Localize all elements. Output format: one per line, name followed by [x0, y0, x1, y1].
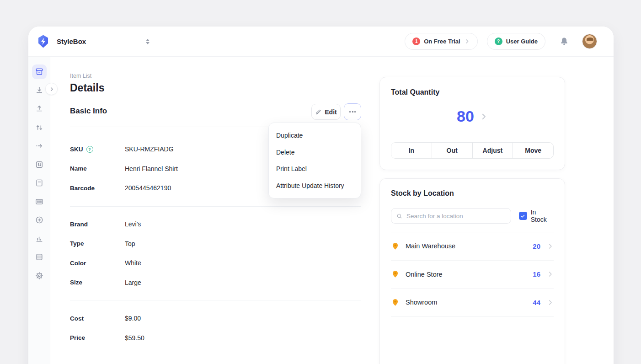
more-actions-button[interactable]	[344, 103, 361, 120]
receive-download-icon	[35, 86, 44, 95]
app-window: StyleBox 1 On Free Trial ? User Guide	[28, 27, 614, 364]
location-row-showroom[interactable]: Showroom 44	[391, 289, 554, 317]
field-row-type: Type Top	[70, 234, 308, 254]
trial-badge-icon: 1	[412, 37, 420, 45]
sidebar-item-reports[interactable]	[32, 231, 47, 246]
sidebar-item-settings[interactable]	[32, 268, 47, 283]
menu-item-print-label[interactable]: Print Label	[269, 161, 361, 177]
chevron-right-icon	[464, 38, 470, 44]
field-label: Type	[70, 240, 125, 247]
location-qty: 16	[533, 270, 540, 278]
add-circle-icon	[35, 215, 44, 225]
stylebox-logo-icon	[36, 34, 51, 49]
section-title-basic-info: Basic Info	[70, 107, 107, 116]
notifications-bell-icon[interactable]	[559, 37, 569, 47]
sidebar-item-ship[interactable]	[32, 102, 47, 116]
sidebar-item-stock[interactable]	[32, 250, 47, 264]
location-row-main-warehouse[interactable]: Main Warehouse 20	[391, 232, 554, 261]
sidebar-item-adjust[interactable]	[32, 157, 47, 172]
right-panel: Total Quantity 80 In Out Adjust Move Sto…	[379, 27, 565, 364]
stock-by-location-title: Stock by Location	[391, 189, 554, 198]
chevron-right-icon	[49, 86, 54, 92]
sidebar-item-barcode[interactable]	[32, 194, 47, 209]
sidebar-item-items[interactable]	[32, 64, 47, 79]
edit-button[interactable]: Edit	[311, 104, 341, 120]
menu-item-delete[interactable]: Delete	[269, 144, 361, 161]
stock-filter-row: In Stock	[391, 208, 554, 224]
reports-chart-icon	[35, 234, 44, 243]
location-row-online-store[interactable]: Online Store 16	[391, 261, 554, 289]
field-row-price: Price $59.50	[70, 328, 308, 348]
item-details-main: Item List Details Basic Info Edit SKU ? …	[70, 27, 361, 364]
field-value: Henri Flannel Shirt	[125, 165, 178, 172]
chevron-right-icon	[547, 243, 554, 250]
field-value: Levi's	[125, 220, 141, 228]
menu-item-attribute-update-history[interactable]: Attribute Update History	[269, 177, 361, 194]
workspace-switcher[interactable]	[143, 36, 152, 47]
out-button[interactable]: Out	[432, 143, 472, 158]
sidebar-item-add[interactable]	[32, 213, 47, 227]
location-pin-icon	[391, 242, 400, 251]
field-value: $59.50	[125, 334, 144, 342]
breadcrumb: Item List	[70, 73, 91, 79]
field-label: Name	[70, 165, 125, 172]
menu-item-duplicate[interactable]: Duplicate	[269, 127, 361, 144]
user-guide-label: User Guide	[506, 38, 538, 45]
adjust-button[interactable]: Adjust	[472, 143, 513, 158]
divider	[70, 300, 361, 300]
item-box-icon	[35, 67, 44, 76]
sidebar-collapse-button[interactable]	[45, 83, 58, 95]
total-quantity-title: Total Quantity	[391, 88, 554, 96]
edit-button-label: Edit	[325, 108, 337, 116]
field-value: Top	[125, 240, 135, 247]
field-value: $9.00	[125, 315, 141, 322]
chevron-right-icon	[547, 271, 554, 278]
chevron-right-icon	[480, 112, 488, 121]
sidebar-item-notes[interactable]	[32, 176, 47, 190]
in-stock-filter[interactable]: In Stock	[519, 209, 554, 223]
field-group-pricing: Cost $9.00 Price $59.50	[70, 309, 308, 348]
page-title: Details	[70, 82, 104, 94]
field-row-size: Size Large	[70, 273, 308, 293]
field-value: SKU-RMZFIADG	[125, 145, 174, 153]
stock-table-icon	[35, 252, 44, 262]
sidebar-item-move[interactable]	[32, 139, 47, 153]
sidebar-item-receive[interactable]	[32, 83, 47, 98]
pencil-icon	[315, 109, 321, 115]
location-list: Main Warehouse 20 Online Store 16	[391, 232, 554, 317]
sidebar-item-transfer[interactable]	[32, 120, 47, 135]
location-qty: 44	[533, 299, 540, 306]
help-icon[interactable]: ?	[86, 146, 93, 153]
checkbox-checked-icon[interactable]	[519, 212, 527, 220]
user-guide-button[interactable]: ? User Guide	[487, 33, 545, 50]
ellipsis-icon	[349, 111, 351, 112]
move-button[interactable]: Move	[513, 143, 553, 158]
guide-badge-icon: ?	[495, 37, 502, 45]
switcher-down-icon	[146, 42, 150, 44]
total-quantity-link[interactable]: 80	[380, 107, 565, 125]
free-trial-button[interactable]: 1 On Free Trial	[405, 33, 477, 50]
in-button[interactable]: In	[391, 143, 432, 158]
topbar-right: 1 On Free Trial ? User Guide	[405, 33, 597, 50]
field-row-cost: Cost $9.00	[70, 309, 308, 328]
field-label: Cost	[70, 315, 125, 322]
move-out-arrow-icon	[35, 141, 44, 150]
field-label: Brand	[70, 221, 125, 228]
total-quantity-value: 80	[457, 107, 474, 125]
location-search-input[interactable]	[406, 213, 506, 219]
location-search[interactable]	[391, 208, 511, 224]
settings-gear-icon	[35, 271, 44, 280]
transfer-arrows-icon	[35, 123, 44, 132]
field-label: Color	[70, 260, 125, 267]
field-value: 2005445462190	[125, 184, 171, 192]
divider	[70, 206, 361, 207]
user-avatar[interactable]	[582, 34, 597, 49]
location-name: Online Store	[406, 271, 533, 278]
barcode-icon	[35, 197, 44, 206]
ship-upload-icon	[35, 104, 44, 113]
field-value: White	[125, 259, 141, 267]
more-actions-menu: Duplicate Delete Print Label Attribute U…	[268, 123, 361, 198]
stock-by-location-card: Stock by Location In Stock	[379, 178, 565, 364]
location-pin-icon	[391, 298, 400, 307]
quantity-actions: In Out Adjust Move	[391, 142, 554, 159]
